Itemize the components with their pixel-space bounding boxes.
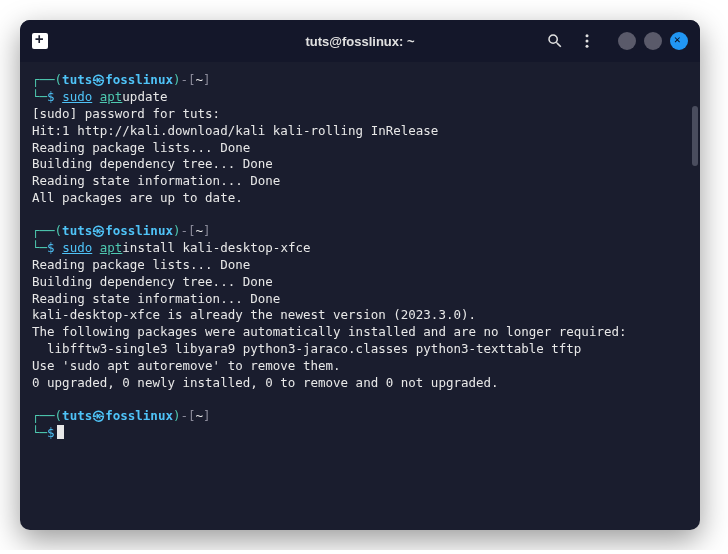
output-line: Reading state information... Done xyxy=(32,173,688,190)
prompt-top: ┌──(tuts㉿fosslinux)-[~] xyxy=(32,72,688,89)
cmd-rest: install kali-desktop-xfce xyxy=(122,240,310,257)
cursor xyxy=(57,425,64,439)
prompt-command-line: └─$ sudo apt install kali-desktop-xfce xyxy=(32,240,688,257)
window-title: tuts@fosslinux: ~ xyxy=(305,34,414,49)
output-line: The following packages were automaticall… xyxy=(32,324,688,341)
minimize-button[interactable] xyxy=(618,32,636,50)
output-line: Building dependency tree... Done xyxy=(32,274,688,291)
output-line: Reading package lists... Done xyxy=(32,140,688,157)
cmd-sudo: sudo xyxy=(62,240,92,257)
prompt-command-line: └─$ sudo apt update xyxy=(32,89,688,106)
output-line: 0 upgraded, 0 newly installed, 0 to remo… xyxy=(32,375,688,392)
cmd-sudo: sudo xyxy=(62,89,92,106)
output-line: Reading state information... Done xyxy=(32,291,688,308)
scrollbar-thumb[interactable] xyxy=(692,106,698,166)
output-line: kali-desktop-xfce is already the newest … xyxy=(32,307,688,324)
svg-point-2 xyxy=(586,45,589,48)
cmd-apt: apt xyxy=(100,240,123,257)
cmd-apt: apt xyxy=(100,89,123,106)
output-line: Reading package lists... Done xyxy=(32,257,688,274)
output-line: Hit:1 http://kali.download/kali kali-rol… xyxy=(32,123,688,140)
prompt-host: fosslinux xyxy=(105,72,173,89)
terminal-content[interactable]: ┌──(tuts㉿fosslinux)-[~] └─$ sudo apt upd… xyxy=(20,62,700,530)
output-line: Use 'sudo apt autoremove' to remove them… xyxy=(32,358,688,375)
svg-point-1 xyxy=(586,40,589,43)
terminal-window: tuts@fosslinux: ~ ┌──(tuts㉿fosslinux)-[~… xyxy=(20,20,700,530)
prompt-path: ~ xyxy=(196,72,204,89)
cmd-rest: update xyxy=(122,89,167,106)
svg-point-0 xyxy=(586,34,589,37)
close-button[interactable] xyxy=(670,32,688,50)
titlebar: tuts@fosslinux: ~ xyxy=(20,20,700,62)
prompt-command-line[interactable]: └─$ xyxy=(32,425,688,442)
prompt-top: ┌──(tuts㉿fosslinux)-[~] xyxy=(32,223,688,240)
output-line: [sudo] password for tuts: xyxy=(32,106,688,123)
prompt-user: tuts xyxy=(62,72,92,89)
output-line: Building dependency tree... Done xyxy=(32,156,688,173)
prompt-top: ┌──(tuts㉿fosslinux)-[~] xyxy=(32,408,688,425)
output-line: libfftw3-single3 libyara9 python3-jaraco… xyxy=(32,341,688,358)
menu-icon[interactable] xyxy=(578,32,596,50)
new-tab-icon[interactable] xyxy=(32,33,48,49)
search-icon[interactable] xyxy=(546,32,564,50)
output-line: All packages are up to date. xyxy=(32,190,688,207)
maximize-button[interactable] xyxy=(644,32,662,50)
